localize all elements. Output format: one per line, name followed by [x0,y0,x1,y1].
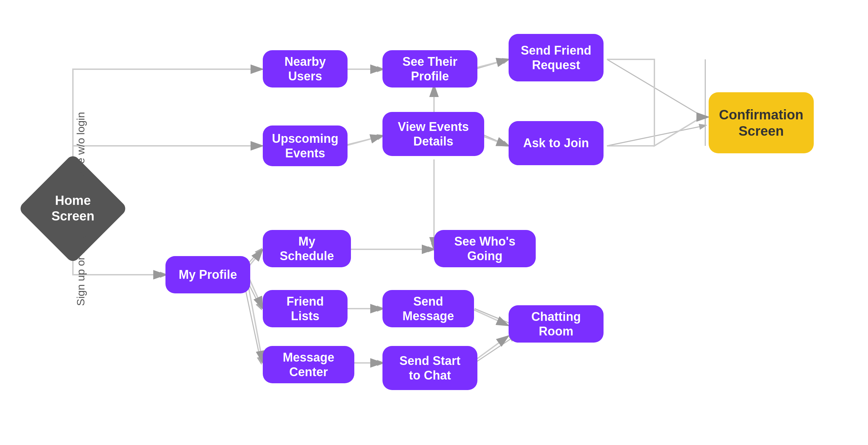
confirmation-screen-node: Confirmation Screen [709,92,814,153]
home-screen-label: Home Screen [34,170,112,248]
ask-to-join-node: Ask to Join [509,121,604,165]
send-start-to-chat-label: Send Start to Chat [393,353,467,383]
ask-to-join-label: Ask to Join [523,136,589,150]
my-schedule-label: My Schedule [273,234,341,263]
svg-line-15 [471,309,509,326]
my-profile-label: My Profile [179,267,237,282]
message-center-label: Message Center [273,350,344,379]
nearby-users-node: Nearby Users [263,50,348,88]
send-friend-request-label: Send Friend Request [519,43,593,72]
my-schedule-node: My Schedule [263,230,351,267]
see-whos-going-node: See Who's Going [434,230,536,267]
diagram-container: Home Screen Browse w/o login Sign up or … [0,0,868,445]
upcoming-events-node: Upscoming Events [263,125,348,166]
home-screen-node: Home Screen [18,153,128,264]
browse-label: Browse w/o login [75,112,87,194]
message-center-node: Message Center [263,346,354,383]
signin-label: Sign up or Log in [75,224,87,306]
send-message-label: Send Message [393,294,464,323]
chatting-room-label: Chatting Room [519,309,593,338]
view-events-details-node: View Events Details [382,112,484,156]
upcoming-events-label: Upscoming Events [272,131,338,160]
send-message-node: Send Message [382,290,474,327]
friend-lists-node: Friend Lists [263,290,348,327]
view-events-details-label: View Events Details [393,119,474,149]
see-their-profile-node: See Their Profile [382,50,477,88]
my-profile-node: My Profile [165,256,250,293]
friend-lists-label: Friend Lists [273,294,337,323]
svg-line-7 [481,136,509,146]
chatting-room-node: Chatting Room [509,305,604,343]
see-whos-going-label: See Who's Going [444,234,526,263]
send-start-to-chat-node: Send Start to Chat [382,346,477,390]
send-friend-request-node: Send Friend Request [509,34,604,81]
svg-line-13 [248,282,263,363]
see-their-profile-label: See Their Profile [393,54,467,83]
svg-line-5 [345,136,382,146]
nearby-users-label: Nearby Users [273,54,337,83]
confirmation-screen-label: Confirmation Screen [719,107,804,139]
